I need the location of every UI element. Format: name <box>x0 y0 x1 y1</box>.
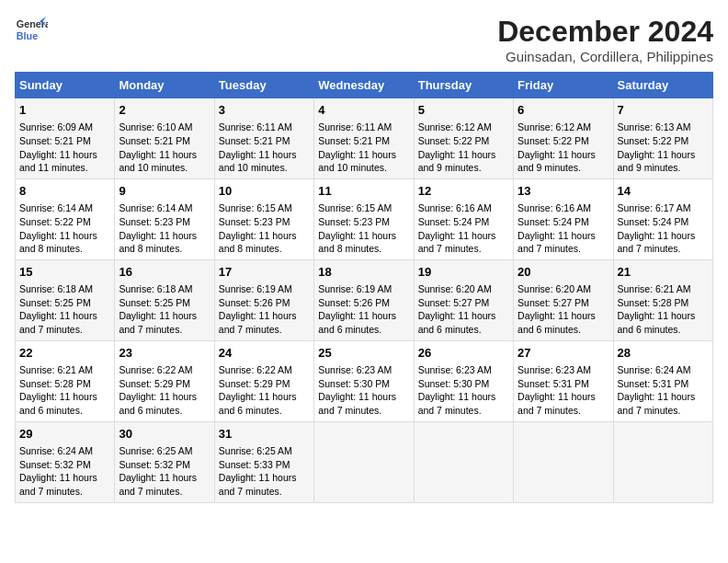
day-info: Sunrise: 6:12 AM Sunset: 5:22 PM Dayligh… <box>418 121 496 173</box>
day-info: Sunrise: 6:22 AM Sunset: 5:29 PM Dayligh… <box>119 364 197 416</box>
calendar-table: SundayMondayTuesdayWednesdayThursdayFrid… <box>15 72 713 503</box>
day-number: 4 <box>318 102 409 119</box>
calendar-cell: 6Sunrise: 6:12 AM Sunset: 5:22 PM Daylig… <box>514 98 613 179</box>
day-number: 29 <box>19 426 110 442</box>
calendar-cell: 17Sunrise: 6:19 AM Sunset: 5:26 PM Dayli… <box>214 259 313 340</box>
svg-text:Blue: Blue <box>17 30 38 41</box>
calendar-cell: 9Sunrise: 6:14 AM Sunset: 5:23 PM Daylig… <box>115 178 214 259</box>
header-sunday: Sunday <box>16 73 115 98</box>
day-number: 5 <box>418 102 509 119</box>
day-number: 28 <box>618 345 709 362</box>
day-number: 24 <box>219 345 310 362</box>
day-number: 20 <box>518 264 609 281</box>
day-number: 9 <box>119 183 210 200</box>
day-number: 12 <box>418 183 509 200</box>
calendar-cell: 18Sunrise: 6:19 AM Sunset: 5:26 PM Dayli… <box>314 259 414 340</box>
calendar-cell <box>314 421 414 502</box>
calendar-cell: 23Sunrise: 6:22 AM Sunset: 5:29 PM Dayli… <box>115 340 214 421</box>
calendar-header-row: SundayMondayTuesdayWednesdayThursdayFrid… <box>16 73 713 98</box>
day-info: Sunrise: 6:24 AM Sunset: 5:31 PM Dayligh… <box>618 364 696 416</box>
calendar-week-2: 8Sunrise: 6:14 AM Sunset: 5:22 PM Daylig… <box>16 178 713 259</box>
day-info: Sunrise: 6:09 AM Sunset: 5:21 PM Dayligh… <box>19 121 97 173</box>
day-info: Sunrise: 6:21 AM Sunset: 5:28 PM Dayligh… <box>19 364 97 416</box>
calendar-week-5: 29Sunrise: 6:24 AM Sunset: 5:32 PM Dayli… <box>16 421 713 502</box>
calendar-week-3: 15Sunrise: 6:18 AM Sunset: 5:25 PM Dayli… <box>16 259 713 340</box>
calendar-cell: 20Sunrise: 6:20 AM Sunset: 5:27 PM Dayli… <box>514 259 613 340</box>
day-info: Sunrise: 6:25 AM Sunset: 5:32 PM Dayligh… <box>119 445 197 497</box>
day-info: Sunrise: 6:16 AM Sunset: 5:24 PM Dayligh… <box>418 202 496 254</box>
day-info: Sunrise: 6:20 AM Sunset: 5:27 PM Dayligh… <box>518 283 596 335</box>
calendar-cell: 19Sunrise: 6:20 AM Sunset: 5:27 PM Dayli… <box>414 259 513 340</box>
calendar-cell: 4Sunrise: 6:11 AM Sunset: 5:21 PM Daylig… <box>314 98 414 179</box>
day-number: 14 <box>618 183 709 200</box>
day-info: Sunrise: 6:19 AM Sunset: 5:26 PM Dayligh… <box>318 283 396 335</box>
header-friday: Friday <box>514 73 613 98</box>
day-number: 22 <box>19 345 110 362</box>
calendar-cell: 5Sunrise: 6:12 AM Sunset: 5:22 PM Daylig… <box>414 98 513 179</box>
calendar-subtitle: Guinsadan, Cordillera, Philippines <box>497 49 713 64</box>
calendar-cell: 24Sunrise: 6:22 AM Sunset: 5:29 PM Dayli… <box>214 340 313 421</box>
day-number: 3 <box>219 102 310 119</box>
day-number: 10 <box>219 183 310 200</box>
calendar-cell <box>613 421 712 502</box>
day-number: 18 <box>318 264 409 281</box>
day-info: Sunrise: 6:23 AM Sunset: 5:31 PM Dayligh… <box>518 364 596 416</box>
day-info: Sunrise: 6:23 AM Sunset: 5:30 PM Dayligh… <box>418 364 496 416</box>
day-info: Sunrise: 6:13 AM Sunset: 5:22 PM Dayligh… <box>618 121 696 173</box>
day-number: 26 <box>418 345 509 362</box>
calendar-cell <box>514 421 613 502</box>
day-number: 13 <box>518 183 609 200</box>
page-header: General Blue December 2024 Guinsadan, Co… <box>15 15 713 64</box>
day-number: 1 <box>19 102 110 119</box>
header-tuesday: Tuesday <box>214 73 313 98</box>
calendar-cell: 12Sunrise: 6:16 AM Sunset: 5:24 PM Dayli… <box>414 178 513 259</box>
day-info: Sunrise: 6:20 AM Sunset: 5:27 PM Dayligh… <box>418 283 496 335</box>
logo: General Blue <box>15 15 48 48</box>
calendar-cell: 2Sunrise: 6:10 AM Sunset: 5:21 PM Daylig… <box>115 98 214 179</box>
day-number: 21 <box>618 264 709 281</box>
calendar-cell: 3Sunrise: 6:11 AM Sunset: 5:21 PM Daylig… <box>214 98 313 179</box>
day-number: 19 <box>418 264 509 281</box>
day-info: Sunrise: 6:10 AM Sunset: 5:21 PM Dayligh… <box>119 121 197 173</box>
calendar-cell: 30Sunrise: 6:25 AM Sunset: 5:32 PM Dayli… <box>115 421 214 502</box>
calendar-cell: 10Sunrise: 6:15 AM Sunset: 5:23 PM Dayli… <box>214 178 313 259</box>
calendar-cell: 25Sunrise: 6:23 AM Sunset: 5:30 PM Dayli… <box>314 340 414 421</box>
logo-icon: General Blue <box>15 15 48 48</box>
day-number: 2 <box>119 102 210 119</box>
day-info: Sunrise: 6:25 AM Sunset: 5:33 PM Dayligh… <box>219 445 297 497</box>
day-info: Sunrise: 6:15 AM Sunset: 5:23 PM Dayligh… <box>318 202 396 254</box>
day-info: Sunrise: 6:22 AM Sunset: 5:29 PM Dayligh… <box>219 364 297 416</box>
day-number: 30 <box>119 426 210 442</box>
calendar-cell: 28Sunrise: 6:24 AM Sunset: 5:31 PM Dayli… <box>613 340 712 421</box>
calendar-cell: 14Sunrise: 6:17 AM Sunset: 5:24 PM Dayli… <box>613 178 712 259</box>
day-info: Sunrise: 6:16 AM Sunset: 5:24 PM Dayligh… <box>518 202 596 254</box>
calendar-week-1: 1Sunrise: 6:09 AM Sunset: 5:21 PM Daylig… <box>16 98 713 179</box>
day-info: Sunrise: 6:14 AM Sunset: 5:23 PM Dayligh… <box>119 202 197 254</box>
calendar-cell: 1Sunrise: 6:09 AM Sunset: 5:21 PM Daylig… <box>16 98 115 179</box>
calendar-week-4: 22Sunrise: 6:21 AM Sunset: 5:28 PM Dayli… <box>16 340 713 421</box>
day-info: Sunrise: 6:19 AM Sunset: 5:26 PM Dayligh… <box>219 283 297 335</box>
calendar-cell: 8Sunrise: 6:14 AM Sunset: 5:22 PM Daylig… <box>16 178 115 259</box>
day-info: Sunrise: 6:17 AM Sunset: 5:24 PM Dayligh… <box>618 202 696 254</box>
day-info: Sunrise: 6:12 AM Sunset: 5:22 PM Dayligh… <box>518 121 596 173</box>
calendar-cell: 22Sunrise: 6:21 AM Sunset: 5:28 PM Dayli… <box>16 340 115 421</box>
header-thursday: Thursday <box>414 73 513 98</box>
day-number: 7 <box>618 102 709 119</box>
calendar-cell: 31Sunrise: 6:25 AM Sunset: 5:33 PM Dayli… <box>214 421 313 502</box>
day-number: 27 <box>518 345 609 362</box>
day-number: 25 <box>318 345 409 362</box>
day-info: Sunrise: 6:14 AM Sunset: 5:22 PM Dayligh… <box>19 202 97 254</box>
calendar-cell: 15Sunrise: 6:18 AM Sunset: 5:25 PM Dayli… <box>16 259 115 340</box>
day-number: 17 <box>219 264 310 281</box>
day-number: 11 <box>318 183 409 200</box>
day-number: 6 <box>518 102 609 119</box>
day-number: 8 <box>19 183 110 200</box>
day-info: Sunrise: 6:18 AM Sunset: 5:25 PM Dayligh… <box>19 283 97 335</box>
calendar-cell: 21Sunrise: 6:21 AM Sunset: 5:28 PM Dayli… <box>613 259 712 340</box>
day-number: 16 <box>119 264 210 281</box>
calendar-cell: 16Sunrise: 6:18 AM Sunset: 5:25 PM Dayli… <box>115 259 214 340</box>
day-info: Sunrise: 6:15 AM Sunset: 5:23 PM Dayligh… <box>219 202 297 254</box>
header-wednesday: Wednesday <box>314 73 414 98</box>
calendar-cell <box>414 421 513 502</box>
day-info: Sunrise: 6:23 AM Sunset: 5:30 PM Dayligh… <box>318 364 396 416</box>
